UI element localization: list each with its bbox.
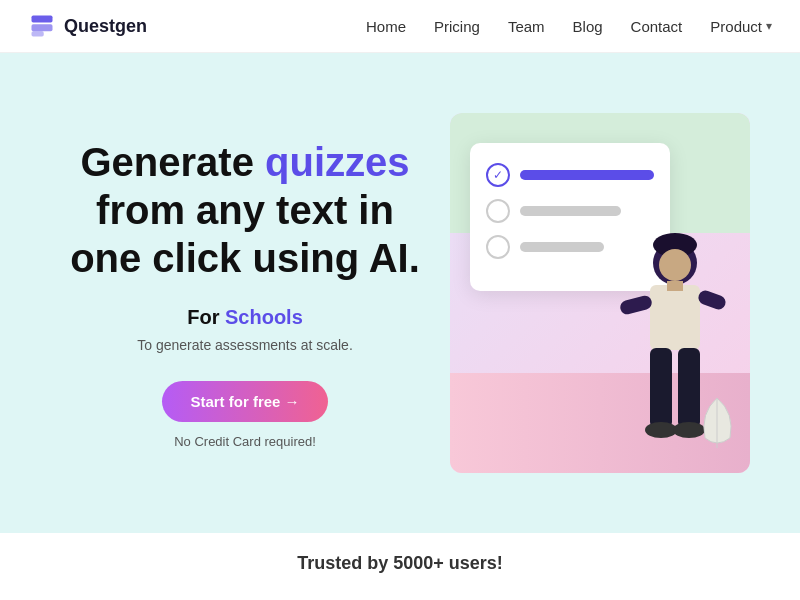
illustration-background: ✓	[450, 113, 750, 473]
hero-description: To generate assessments at scale.	[60, 337, 430, 353]
hero-sub: For Schools	[60, 306, 430, 329]
svg-rect-0	[32, 16, 53, 23]
svg-rect-7	[696, 289, 727, 312]
hero-cta-area: Start for free → No Credit Card required…	[60, 381, 430, 449]
nav-home[interactable]: Home	[366, 18, 406, 35]
navbar: Questgen Home Pricing Team Blog Contact …	[0, 0, 800, 53]
logo-icon	[28, 12, 56, 40]
quiz-bar-active	[520, 170, 654, 180]
svg-rect-6	[620, 294, 653, 316]
trusted-section: Trusted by 5000+ users!	[0, 533, 800, 594]
quiz-bar-inactive-2	[520, 242, 604, 252]
nav-team[interactable]: Team	[508, 18, 545, 35]
quiz-bar-inactive-1	[520, 206, 621, 216]
hero-illustration: ✓	[450, 113, 750, 473]
logo-text: Questgen	[64, 16, 147, 37]
svg-rect-8	[650, 348, 672, 428]
svg-rect-12	[667, 281, 683, 291]
nav-contact[interactable]: Contact	[631, 18, 683, 35]
quiz-row-1: ✓	[486, 163, 654, 187]
nav-product[interactable]: Product ▾	[710, 18, 772, 35]
quiz-row-2	[486, 199, 654, 223]
svg-point-13	[659, 249, 691, 281]
check-empty-icon	[486, 199, 510, 223]
start-free-button[interactable]: Start for free →	[162, 381, 327, 422]
nav-links: Home Pricing Team Blog Contact Product ▾	[366, 18, 772, 35]
chevron-down-icon: ▾	[766, 19, 772, 33]
logo[interactable]: Questgen	[28, 12, 147, 40]
svg-rect-1	[32, 24, 53, 31]
hero-section: Generate quizzes from any text in one cl…	[0, 53, 800, 533]
hero-content: Generate quizzes from any text in one cl…	[60, 138, 430, 449]
svg-point-10	[645, 422, 677, 438]
nav-blog[interactable]: Blog	[573, 18, 603, 35]
svg-rect-2	[32, 31, 44, 36]
no-credit-card-text: No Credit Card required!	[174, 434, 316, 449]
nav-pricing[interactable]: Pricing	[434, 18, 480, 35]
hero-headline: Generate quizzes from any text in one cl…	[60, 138, 430, 282]
check-icon: ✓	[486, 163, 510, 187]
leaf-decoration	[695, 393, 740, 453]
svg-rect-5	[650, 285, 700, 350]
check-empty-icon-2	[486, 235, 510, 259]
